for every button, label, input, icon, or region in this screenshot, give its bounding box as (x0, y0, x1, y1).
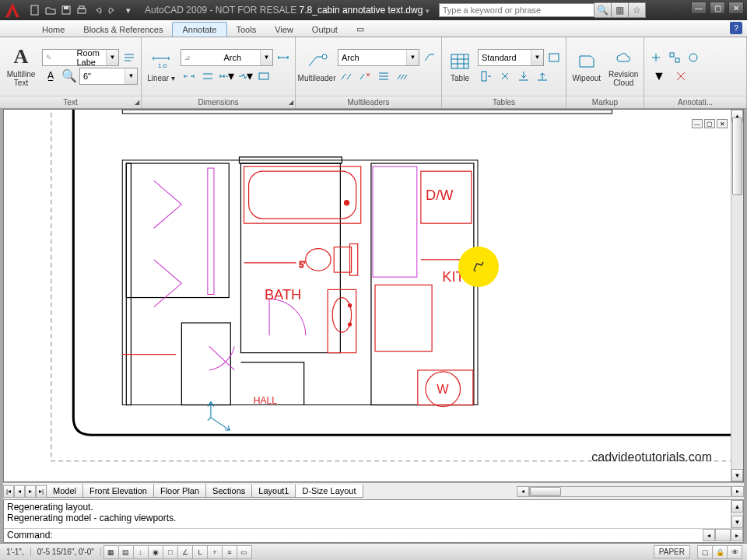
search-icon[interactable]: 🔍 (594, 2, 612, 18)
osnap-toggle[interactable]: □ (163, 545, 178, 559)
text-find-icon[interactable]: 🔍 (61, 68, 78, 85)
hscroll-right-icon[interactable]: ▸ (731, 486, 744, 497)
save-icon[interactable] (59, 3, 73, 17)
undo-icon[interactable] (90, 3, 104, 17)
nav-last-icon[interactable]: ▸| (36, 485, 47, 498)
add-scale-button[interactable] (647, 49, 665, 66)
dim-tolerance-button[interactable] (255, 68, 272, 85)
revision-cloud-button[interactable]: Revision Cloud (607, 44, 641, 90)
print-icon[interactable] (75, 3, 89, 17)
table-style-combo[interactable]: Standard▼ (478, 49, 544, 66)
linear-dimension-button[interactable]: 1.0 Linear ▾ (145, 44, 177, 90)
multileader-button[interactable]: Multileader (299, 44, 335, 90)
panel-text-title[interactable]: Text◢ (0, 96, 141, 108)
comm-center-icon[interactable]: ▦ (612, 2, 629, 18)
nav-first-icon[interactable]: |◂ (3, 485, 14, 498)
wipeout-button[interactable]: Wipeout (570, 44, 604, 90)
text-height-combo[interactable]: 6"▼ (79, 68, 138, 85)
multileader-style-manager-button[interactable] (421, 49, 438, 66)
table-button[interactable]: Table (445, 44, 475, 90)
scroll-thumb[interactable] (732, 117, 742, 195)
dim-jog-button[interactable]: ▾ (237, 68, 254, 85)
status-maximize-vp[interactable]: ▢ (697, 545, 713, 559)
maximize-button[interactable]: ▢ (710, 2, 725, 14)
command-line[interactable]: Regenerating layout. Regenerating model … (3, 499, 744, 543)
panel-dimensions-title[interactable]: Dimensions◢ (142, 96, 295, 108)
scale-dropdown-button[interactable]: ▼ (647, 68, 671, 85)
multiline-text-button[interactable]: A Multiline Text (3, 44, 39, 90)
app-logo-button[interactable] (0, 0, 25, 20)
cmd-hscroll-right[interactable]: ▸ (731, 529, 743, 541)
tab-annotate[interactable]: Annotate (172, 22, 226, 37)
redo-icon[interactable] (106, 3, 120, 17)
new-icon[interactable] (28, 3, 42, 17)
layout-tab-dsize[interactable]: D-Size Layout (295, 485, 363, 498)
lwt-toggle[interactable]: ≡ (222, 545, 237, 559)
search-input[interactable] (440, 5, 594, 15)
scale-list-button[interactable] (666, 49, 683, 66)
remove-leader-button[interactable] (356, 68, 374, 85)
link-data-button[interactable] (496, 68, 514, 85)
status-lock-vp[interactable]: 🔒 (712, 545, 728, 559)
favorites-icon[interactable]: ☆ (629, 2, 646, 18)
add-leader-button[interactable] (338, 68, 355, 85)
otrack-toggle[interactable]: ∠ (177, 545, 193, 559)
layout-tab-front[interactable]: Front Elevation (82, 485, 154, 498)
snap-toggle[interactable]: ▦ (103, 545, 119, 559)
ortho-toggle[interactable]: ⟂ (133, 545, 149, 559)
layout-tab-model[interactable]: Model (46, 485, 83, 498)
tab-tools[interactable]: Tools (227, 23, 266, 37)
close-button[interactable]: ✕ (728, 2, 744, 14)
extract-data-button[interactable] (478, 68, 495, 85)
table-style-manager-button[interactable] (545, 49, 563, 66)
paper-model-toggle[interactable]: PAPER (654, 545, 690, 558)
tab-view[interactable]: View (265, 23, 303, 37)
layout-tab-floor[interactable]: Floor Plan (153, 485, 206, 498)
cmd-scroll-down[interactable]: ▼ (731, 516, 743, 528)
vertical-scrollbar[interactable]: ▲ ▼ (731, 110, 743, 481)
nav-prev-icon[interactable]: ◂ (14, 485, 25, 498)
dim-space-button[interactable] (199, 68, 216, 85)
sync-scale-button[interactable] (685, 49, 702, 66)
cmd-hscroll-track[interactable] (715, 529, 731, 541)
cmd-vscroll[interactable]: ▲ ▼ (731, 500, 743, 528)
layout-tab-layout1[interactable]: Layout1 (251, 485, 296, 498)
collect-leader-button[interactable] (394, 68, 411, 85)
hscroll-left-icon[interactable]: ◂ (517, 486, 529, 497)
multileader-style-combo[interactable]: Arch▼ (338, 49, 419, 66)
dim-continue-button[interactable]: ▾ (218, 68, 235, 85)
toolbar-toggle-icon[interactable]: ▭ (347, 22, 374, 37)
upload-data-button[interactable] (534, 68, 551, 85)
align-leader-button[interactable] (375, 68, 392, 85)
dim-break-button[interactable] (181, 68, 198, 85)
tab-blocks[interactable]: Blocks & References (74, 23, 172, 37)
grid-toggle[interactable]: ▤ (118, 545, 134, 559)
tab-home[interactable]: Home (33, 23, 74, 37)
dyn-toggle[interactable]: + (207, 545, 223, 559)
help-icon[interactable]: ? (730, 22, 742, 34)
status-anno-vis[interactable]: 👁 (727, 545, 742, 559)
delete-scale-button[interactable] (672, 68, 689, 85)
search-box[interactable] (439, 3, 594, 17)
open-icon[interactable] (44, 3, 58, 17)
annotative-icon[interactable]: A̲ (42, 68, 59, 85)
cmd-hscroll-left[interactable]: ◂ (703, 529, 715, 541)
minimize-button[interactable]: — (691, 2, 707, 14)
cmd-scroll-up[interactable]: ▲ (731, 500, 743, 513)
drawing-area[interactable]: — ▢ ✕ (3, 109, 744, 482)
nav-next-icon[interactable]: ▸ (25, 485, 36, 498)
download-data-button[interactable] (515, 68, 532, 85)
dimension-style-manager-button[interactable] (275, 49, 292, 66)
layout-hscroll[interactable]: ◂ ▸ (517, 486, 744, 497)
hscroll-thumb[interactable] (530, 487, 561, 496)
qat-dropdown-icon[interactable]: ▾ (121, 3, 135, 17)
tab-output[interactable]: Output (303, 23, 347, 37)
layout-tab-sections[interactable]: Sections (205, 485, 252, 498)
scroll-down-icon[interactable]: ▼ (731, 469, 743, 481)
polar-toggle[interactable]: ◉ (148, 545, 163, 559)
text-style-combo[interactable]: ✎ Room Labe▼ (42, 49, 119, 66)
ducs-toggle[interactable]: L (192, 545, 208, 559)
qp-toggle[interactable]: ▭ (237, 545, 252, 559)
text-style-manager-button[interactable] (121, 49, 138, 66)
dimension-style-combo[interactable]: ⊿Arch▼ (181, 49, 273, 66)
